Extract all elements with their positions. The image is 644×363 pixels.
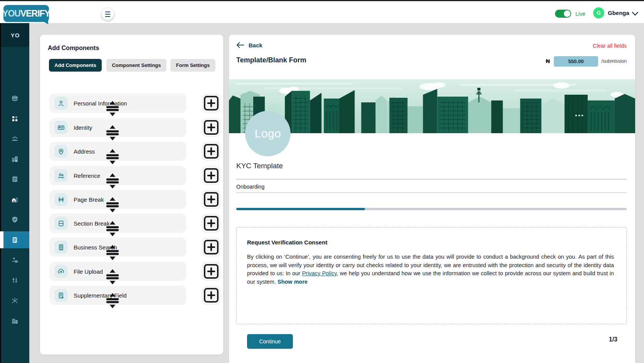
component-row: Section Break xyxy=(49,214,214,233)
component-row: Business Search xyxy=(49,238,214,257)
shield-check-icon xyxy=(11,216,19,224)
continue-button[interactable]: Continue xyxy=(247,334,293,349)
clear-all-fields-link[interactable]: Clear all fields xyxy=(593,43,627,49)
component-row: Page Break xyxy=(49,190,214,209)
template-name-input[interactable]: KYC Template xyxy=(236,162,283,170)
user-name: Gbenga xyxy=(608,10,629,16)
component-business-search[interactable]: Business Search xyxy=(49,238,187,257)
component-row: Address xyxy=(49,142,214,161)
drag-handle-icon[interactable] xyxy=(44,267,181,286)
buildings-icon xyxy=(11,155,19,163)
sidebar-item-businesses[interactable] xyxy=(0,312,29,329)
document-icon xyxy=(11,175,19,183)
top-border xyxy=(0,0,644,1)
office-icon xyxy=(11,317,19,325)
sidebar-item-company[interactable] xyxy=(0,151,29,167)
form-preview-panel: Back Clear all fields Template/Blank For… xyxy=(229,35,635,363)
drag-handle-icon[interactable] xyxy=(44,99,181,118)
sidebar-item-transactions[interactable] xyxy=(0,272,29,289)
sidebar-item-forms[interactable] xyxy=(0,231,29,248)
component-row: File Upload xyxy=(49,262,214,281)
add-reference-button[interactable] xyxy=(202,166,221,185)
tab-form-settings[interactable]: Form Settings xyxy=(170,59,215,72)
sidebar-item-compliance[interactable] xyxy=(0,211,29,228)
tab-add-components[interactable]: Add Components xyxy=(49,59,102,72)
youverify-logo[interactable]: YOUVERIFY xyxy=(3,5,49,22)
template-subtitle-input[interactable]: Onboarding xyxy=(236,184,264,190)
privacy-policy-link[interactable]: Privacy Policy xyxy=(302,270,337,276)
template-subtitle-underline xyxy=(236,192,627,193)
panel-title: Add Components xyxy=(48,45,99,52)
plus-icon xyxy=(202,190,221,209)
sidebar-item-integrations[interactable] xyxy=(0,292,29,309)
menu-toggle-button[interactable] xyxy=(102,8,114,20)
plus-icon xyxy=(202,286,221,305)
home-icon xyxy=(11,196,19,204)
add-page-break-button[interactable] xyxy=(202,190,221,209)
avatar: G xyxy=(593,7,604,18)
form-icon xyxy=(11,236,19,244)
plus-icon xyxy=(202,94,221,113)
people-icon xyxy=(11,135,19,143)
component-personal-information[interactable]: Personal Information xyxy=(49,94,187,113)
page-indicator: 1/3 xyxy=(609,336,617,343)
city-skyline-illustration xyxy=(229,79,635,133)
show-more-link[interactable]: Show more xyxy=(277,279,308,285)
progress-bar xyxy=(236,208,627,210)
drag-handle-icon[interactable] xyxy=(44,243,181,262)
add-section-break-button[interactable] xyxy=(202,214,221,233)
sidebar-workspace-badge[interactable]: YO xyxy=(1,23,29,47)
component-address[interactable]: Address xyxy=(49,142,187,161)
consent-section: Request Verification Consent By clicking… xyxy=(236,227,627,324)
sort-arrows-icon xyxy=(11,276,19,284)
component-identity[interactable]: Identity xyxy=(49,118,187,137)
drag-handle-icon[interactable] xyxy=(44,195,181,214)
person-card-icon xyxy=(11,256,19,264)
currency-symbol: ₦ xyxy=(546,58,550,64)
plus-icon xyxy=(202,118,221,137)
sidebar-item-address[interactable] xyxy=(0,191,29,208)
logo-placeholder[interactable]: Logo xyxy=(245,111,291,156)
component-page-break[interactable]: Page Break xyxy=(49,190,187,209)
plus-icon xyxy=(202,262,221,281)
back-arrow-icon xyxy=(236,42,244,49)
live-toggle[interactable] xyxy=(555,10,571,18)
back-label: Back xyxy=(249,42,262,49)
price-input[interactable]: 550.00 xyxy=(554,56,598,67)
grid-icon xyxy=(11,115,19,123)
component-row: Reference xyxy=(49,166,214,185)
add-file-upload-button[interactable] xyxy=(202,262,221,281)
sidebar-item-team[interactable] xyxy=(0,130,29,147)
add-personal-information-button[interactable] xyxy=(202,94,221,113)
sidebar-item-workspace[interactable] xyxy=(0,90,29,107)
back-button[interactable]: Back xyxy=(236,42,262,49)
price-suffix: /submission xyxy=(601,59,627,64)
logo-text-verify: VERIFY xyxy=(20,8,50,19)
plus-icon xyxy=(202,214,221,233)
add-address-button[interactable] xyxy=(202,142,221,161)
drag-handle-icon[interactable] xyxy=(44,291,181,310)
user-menu[interactable]: G Gbenga xyxy=(593,7,637,18)
banner-image[interactable] xyxy=(229,79,635,133)
plus-icon xyxy=(202,142,221,161)
sidebar-item-agents[interactable] xyxy=(0,251,29,268)
component-section-break[interactable]: Section Break xyxy=(49,214,187,233)
component-file-upload[interactable]: File Upload xyxy=(49,262,187,281)
template-name-underline xyxy=(236,179,627,179)
drag-handle-icon[interactable] xyxy=(44,123,181,142)
component-row: Supplementary Field xyxy=(49,286,214,305)
sidebar-item-reports[interactable] xyxy=(0,171,29,187)
component-reference[interactable]: Reference xyxy=(49,166,187,185)
drag-handle-icon[interactable] xyxy=(44,219,181,238)
add-identity-button[interactable] xyxy=(202,118,221,137)
progress-fill xyxy=(236,208,365,210)
tab-component-settings[interactable]: Component Settings xyxy=(106,59,166,72)
drag-handle-icon[interactable] xyxy=(44,171,181,191)
hamburger-icon xyxy=(105,12,110,17)
add-business-search-button[interactable] xyxy=(202,238,221,257)
sidebar-item-dashboard[interactable] xyxy=(0,110,29,127)
drag-handle-icon[interactable] xyxy=(44,147,181,166)
app-window: YOUVERIFY Live G Gbenga YO Add Co xyxy=(0,0,644,363)
component-supplementary-field[interactable]: Supplementary Field xyxy=(49,286,187,305)
add-supplementary-field-button[interactable] xyxy=(202,286,221,305)
